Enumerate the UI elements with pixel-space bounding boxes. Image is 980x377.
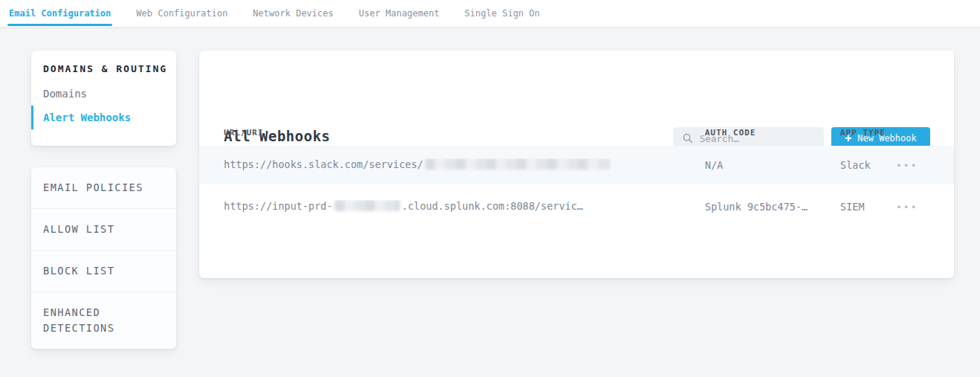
tab-network-devices[interactable]: Network Devices (251, 0, 335, 27)
sidebar-section-email-policies[interactable]: EMAIL POLICIES (31, 167, 176, 208)
top-nav: Email Configuration Web Configuration Ne… (0, 0, 980, 28)
column-header-app-type: APP TYPE (840, 128, 886, 138)
sidebar-section-enhanced-detections[interactable]: ENHANCED DETECTIONS (31, 291, 176, 349)
webhook-url: https://hooks.slack.com/services/ (224, 158, 611, 172)
webhook-url: https://input-prd-.cloud.splunk.com:8088… (224, 200, 583, 213)
column-header-auth-code: AUTH CODE (705, 128, 756, 138)
all-webhooks-panel: All Webhooks + New Webhook URL/URI AUTH … (199, 51, 954, 278)
tab-single-sign-on[interactable]: Single Sign On (463, 0, 541, 27)
table-header: URL/URI AUTH CODE APP TYPE (199, 125, 954, 146)
auth-code: Splunk 9c5bc475-… (705, 201, 807, 213)
sidebar-item-alert-webhooks[interactable]: Alert Webhooks (31, 106, 176, 129)
app-type: SIEM (840, 201, 865, 213)
redacted-url-segment (425, 158, 610, 170)
table-row[interactable]: https://input-prd-.cloud.splunk.com:8088… (199, 184, 954, 229)
redacted-url-segment (335, 200, 400, 211)
sidebar-item-domains[interactable]: Domains (31, 82, 176, 106)
auth-code: N/A (705, 159, 723, 171)
sidebar-section-block-list[interactable]: BLOCK LIST (31, 250, 176, 291)
sidebar-section-allow-list[interactable]: ALLOW LIST (31, 208, 176, 250)
domains-routing-card: DOMAINS & ROUTING Domains Alert Webhooks (31, 51, 176, 146)
row-actions-menu-icon[interactable]: ••• (896, 202, 918, 212)
app-type: Slack (840, 159, 871, 171)
tab-web-configuration[interactable]: Web Configuration (135, 0, 229, 27)
tab-user-management[interactable]: User Management (357, 0, 440, 27)
domains-routing-title: DOMAINS & ROUTING (43, 63, 164, 74)
sidebar-section-list: EMAIL POLICIES ALLOW LIST BLOCK LIST ENH… (31, 167, 176, 349)
table-row[interactable]: https://hooks.slack.com/services/ N/A Sl… (199, 146, 954, 184)
tab-email-configuration[interactable]: Email Configuration (7, 0, 112, 27)
row-actions-menu-icon[interactable]: ••• (896, 161, 918, 170)
column-header-url: URL/URI (224, 128, 263, 138)
